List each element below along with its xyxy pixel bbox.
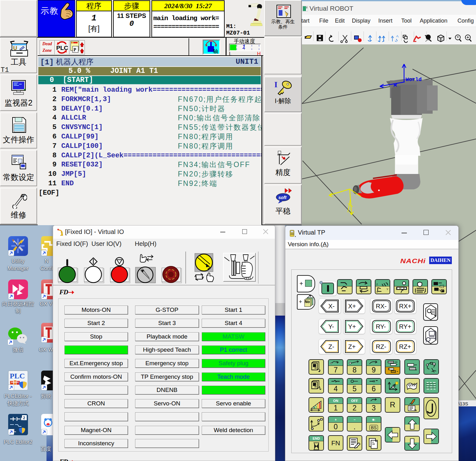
svg-text:Z+: Z+ [348,343,356,350]
svg-text:RY+: RY+ [399,323,411,330]
svg-text:World: World [406,77,422,83]
svg-text:RY-: RY- [376,323,386,330]
svg-text:2: 2 [23,415,25,420]
svg-text:U: U [13,45,17,51]
svg-text:轴: 轴 [213,49,218,54]
svg-text:PLC: PLC [56,45,68,51]
svg-text:RP: RP [21,194,26,197]
svg-text:RZ-: RZ- [376,343,386,350]
svg-text:X-: X- [328,303,335,310]
svg-text:RX-: RX- [376,303,386,310]
svg-text:I: I [274,80,277,89]
svg-text:Y: Y [386,288,388,291]
svg-text:RX+: RX+ [399,303,411,310]
svg-text:z: z [376,283,378,286]
svg-text:PLC: PLC [10,372,25,380]
svg-text:RZ+: RZ+ [399,343,411,350]
svg-text:X+: X+ [348,303,356,310]
svg-text:soft: soft [278,195,287,200]
svg-text:Y+: Y+ [348,323,356,330]
svg-text:Z-: Z- [328,343,334,350]
svg-text:P: P [74,47,76,52]
svg-text:x: x [376,290,378,293]
svg-text:Y-: Y- [328,323,334,330]
